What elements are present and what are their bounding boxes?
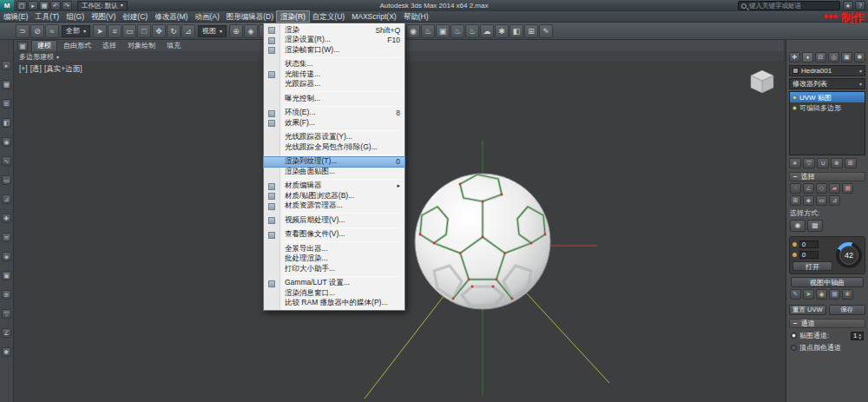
spinner-arrows-icon[interactable]: ▴▾ xyxy=(858,333,861,339)
left-toolbar-icon-14[interactable]: ∠ xyxy=(2,328,11,338)
subobject-icon-1[interactable]: ∠ xyxy=(803,183,814,194)
subobject-icon-0[interactable]: ∴ xyxy=(790,183,801,194)
render-menu-item-14[interactable]: 光线跟踪全局包含/排除(G)... xyxy=(264,142,404,153)
modifier-list-dropdown[interactable]: 修改器列表 ▾ xyxy=(789,78,865,89)
menubar-item-7[interactable]: 图形编辑器(D) xyxy=(223,11,277,22)
subobject-icon-b0[interactable]: ⊞ xyxy=(790,195,801,206)
render-menu-item-6[interactable]: 光跟踪器... xyxy=(264,80,404,90)
bind-spacewarp-icon[interactable]: ≈ xyxy=(45,24,59,38)
unlink-icon[interactable]: ⊘ xyxy=(30,24,44,38)
value-field-2[interactable]: 0 xyxy=(799,251,819,259)
select-scale-icon[interactable]: ⊿ xyxy=(181,24,195,38)
menubar-item-0[interactable]: 编辑(E) xyxy=(0,11,31,22)
composite-icon[interactable]: ⊞ xyxy=(524,24,538,38)
redo-icon[interactable]: ↷ xyxy=(62,1,72,10)
rollout-channel-header[interactable]: − 通道 xyxy=(789,319,865,328)
paint-tool-icon-4[interactable]: ✱ xyxy=(842,289,853,300)
render-menu-item-11[interactable]: 效果(F)... xyxy=(264,118,404,129)
modifier-stack-item-0[interactable]: UVW 贴图 xyxy=(790,92,865,102)
render-in-cloud-icon[interactable]: ☁ xyxy=(480,24,494,38)
object-name-field[interactable]: Hedra001 ▾ xyxy=(789,65,865,76)
tab-create-icon[interactable]: ✚ xyxy=(789,52,800,63)
left-toolbar-icon-13[interactable]: ▽ xyxy=(2,309,11,319)
ribbon-tab-1[interactable]: 自由形式 xyxy=(58,41,96,51)
render-menu-item-31[interactable]: Gamma/LUT 设置... xyxy=(264,279,404,289)
render-menu-item-16[interactable]: 渲染到纹理(T)...0 xyxy=(264,157,404,168)
ribbon-tab-4[interactable]: 填充 xyxy=(161,41,186,51)
render-menu-item-21[interactable]: 材质资源管理器... xyxy=(264,201,404,212)
subobject-icon-b3[interactable]: ⊿ xyxy=(829,195,840,206)
modifier-stack[interactable]: UVW 贴图可编辑多边形 xyxy=(789,91,865,155)
render-menu-item-27[interactable]: 全景导出器... xyxy=(264,244,404,254)
select-object-icon[interactable]: ➤ xyxy=(93,24,107,38)
menubar-item-1[interactable]: 工具(T) xyxy=(31,11,62,22)
make-unique-icon[interactable]: ∪ xyxy=(817,158,829,168)
new-file-icon[interactable]: ▢ xyxy=(16,1,27,10)
left-toolbar-icon-11[interactable]: ▣ xyxy=(2,271,11,280)
map-channel-spinner[interactable]: 1 ▴▾ xyxy=(851,332,864,340)
tab-display-icon[interactable]: ▣ xyxy=(841,52,852,63)
ribbon-tab-0[interactable]: 建模 xyxy=(31,40,57,51)
paint-tool-icon-3[interactable]: ▦ xyxy=(829,289,840,300)
tab-motion-icon[interactable]: ◎ xyxy=(828,52,839,63)
select-by-icon-0[interactable]: ◉ xyxy=(790,220,806,232)
left-toolbar-icon-1[interactable]: ▦ xyxy=(2,80,11,89)
open-gallery-icon[interactable]: ✱ xyxy=(495,24,509,38)
undo-icon[interactable]: ↶ xyxy=(50,1,61,10)
tab-hierarchy-icon[interactable]: ⊟ xyxy=(815,52,826,63)
viewport-menu-plus[interactable]: [+] xyxy=(19,64,28,75)
menubar-item-8[interactable]: 渲染(R) xyxy=(277,11,309,22)
render-menu-item-4[interactable]: 状态集... xyxy=(264,60,404,70)
render-setup-icon[interactable]: ♨ xyxy=(421,24,435,38)
render-menu-item-8[interactable]: 曝光控制... xyxy=(264,94,404,104)
app-logo-icon[interactable]: M xyxy=(0,0,14,11)
subobject-icon-b2[interactable]: ▭ xyxy=(816,195,827,206)
render-menu-item-20[interactable]: 材质/贴图浏览器(B)... xyxy=(264,191,404,201)
search-box[interactable]: 键入关键字或短语 xyxy=(738,1,840,10)
reset-uvw-button[interactable]: 重置 UVW xyxy=(789,305,826,315)
left-toolbar-icon-8[interactable]: ✚ xyxy=(2,214,11,223)
select-link-icon[interactable]: ⊃ xyxy=(16,24,30,38)
select-by-icon-1[interactable]: ▦ xyxy=(807,220,823,232)
rect-region-icon[interactable]: ▭ xyxy=(122,24,136,38)
render-menu-item-32[interactable]: 渲染消息窗口... xyxy=(264,288,404,299)
select-move-icon[interactable]: ✥ xyxy=(152,24,166,38)
material-editor-icon[interactable]: ◉ xyxy=(406,24,420,38)
vertex-color-radio[interactable] xyxy=(791,345,797,351)
object-color-swatch[interactable] xyxy=(792,68,799,74)
render-menu-item-23[interactable]: 视频后期处理(V)... xyxy=(264,215,404,226)
render-menu-item-5[interactable]: 光能传递... xyxy=(264,69,404,80)
help-icon[interactable]: ? xyxy=(855,1,865,10)
show-end-result-icon[interactable]: ▽ xyxy=(803,158,815,168)
left-toolbar-icon-3[interactable]: ◧ xyxy=(2,118,11,128)
menubar-item-11[interactable]: 帮助(H) xyxy=(400,11,432,22)
paint-tool-icon-1[interactable]: ➤ xyxy=(803,289,814,300)
left-toolbar-icon-15[interactable]: ✱ xyxy=(2,347,11,357)
view-cube[interactable] xyxy=(751,70,773,93)
favorites-icon[interactable]: ★ xyxy=(843,1,853,10)
menubar-item-9[interactable]: 自定义(U) xyxy=(309,11,348,22)
configure-sets-icon[interactable]: ⊞ xyxy=(845,158,857,168)
left-toolbar-icon-5[interactable]: ∿ xyxy=(2,156,11,166)
render-iterative-icon[interactable]: ♨ xyxy=(465,24,479,38)
render-menu-item-29[interactable]: 打印大小助手... xyxy=(264,264,404,274)
subobject-icon-3[interactable]: ▰ xyxy=(829,183,840,194)
menubar-item-4[interactable]: 创建(C) xyxy=(119,11,151,22)
render-menu-item-19[interactable]: 材质编辑器▸ xyxy=(264,181,404,192)
use-pivot-icon[interactable]: ⊕ xyxy=(229,24,243,38)
subobject-icon-4[interactable]: ▦ xyxy=(842,183,853,194)
left-toolbar-icon-12[interactable]: ⊕ xyxy=(2,290,11,300)
render-menu-item-0[interactable]: 渲染Shift+Q xyxy=(264,25,404,36)
left-toolbar-icon-10[interactable]: ◈ xyxy=(2,252,11,261)
render-menu-item-33[interactable]: 比较 RAM 播放器中的媒体(P)... xyxy=(264,299,404,309)
script-listener-icon[interactable]: ✎ xyxy=(539,24,553,38)
menubar-item-6[interactable]: 动画(A) xyxy=(191,11,222,22)
workspace-dropdown[interactable]: 工作区: 默认 ▾ xyxy=(77,1,128,10)
menubar-item-2[interactable]: 组(G) xyxy=(62,11,88,22)
render-menu-item-10[interactable]: 环境(E)...8 xyxy=(264,109,404,119)
render-menu-item-28[interactable]: 批处理渲染... xyxy=(264,254,404,265)
value-field-1[interactable]: 0 xyxy=(799,241,819,248)
map-channel-radio[interactable] xyxy=(791,333,797,339)
ref-coord-dropdown[interactable]: 视图▾ xyxy=(198,25,227,37)
tab-utilities-icon[interactable]: ✱ xyxy=(854,52,865,63)
